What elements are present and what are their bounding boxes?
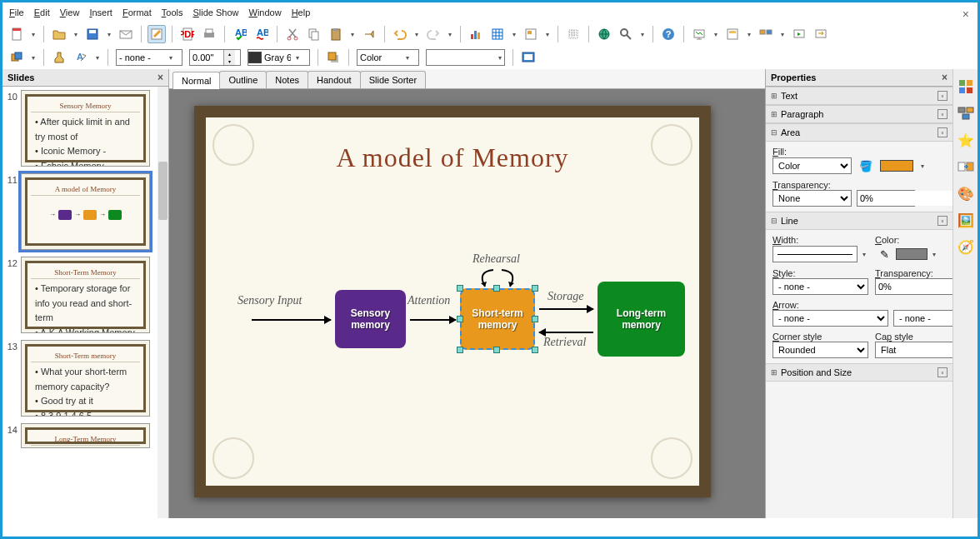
gallery-deck-icon[interactable]: 🖼️ [957,211,975,229]
email-button[interactable] [117,25,135,43]
menu-slideshow[interactable]: Slide Show [192,7,238,17]
animation-button[interactable] [790,25,808,43]
line-color-input[interactable] [262,50,293,65]
fill-type-input[interactable] [358,50,403,65]
selection-handle[interactable] [457,285,463,292]
line-trans-input[interactable] [876,279,952,294]
edit-button[interactable] [148,25,166,43]
section-paragraph[interactable]: ⊞Paragraph▫ [766,105,952,123]
selection-handle[interactable] [457,347,463,353]
selection-handle[interactable] [457,316,463,322]
section-text[interactable]: ⊞Text▫ [766,87,952,105]
transition-deck-icon[interactable] [957,157,975,176]
undo-dropdown[interactable]: ▾ [412,25,421,43]
line-width-dropdown[interactable]: ▾ [860,245,868,263]
bucket-icon[interactable]: 🪣 [857,157,875,175]
presentation-button[interactable] [690,25,708,43]
paste-button[interactable] [327,25,345,43]
table-button[interactable] [488,25,507,43]
section-line[interactable]: ⊟Line▫ [766,212,952,230]
glue-button[interactable] [50,48,68,67]
tab-normal[interactable]: Normal [172,72,220,89]
detail-icon[interactable]: ▫ [938,216,948,226]
styles-deck-icon[interactable]: 🎨 [957,184,975,202]
slide-thumb-11[interactable]: 11 A model of Memory→→→ [6,173,165,250]
tab-notes[interactable]: Notes [266,71,308,88]
master-deck-icon[interactable] [957,104,975,122]
interaction-button[interactable] [812,25,830,43]
clone-format-button[interactable] [360,25,378,43]
save-button[interactable] [83,25,102,43]
shadow-button[interactable] [324,48,342,67]
redo-button[interactable] [424,25,442,43]
presentation-dropdown[interactable]: ▾ [712,25,720,43]
tab-sorter[interactable]: Slide Sorter [360,71,426,88]
slides-scrollbar[interactable] [158,87,168,518]
chart-button[interactable] [467,25,485,43]
line-style-select[interactable]: - none - [772,278,868,295]
arrow-sensory-input[interactable] [252,319,331,321]
arrow-start-select[interactable]: - none - [772,310,888,327]
line-style-input[interactable] [117,50,167,65]
slide-canvas[interactable]: A model of Memory Sensory Input Sensory … [194,106,711,497]
transparency-type-select[interactable]: None [772,190,852,207]
pencil-icon[interactable]: ✎ [875,245,893,263]
spellcheck-button[interactable]: ABC [231,25,249,43]
arrange-button[interactable] [8,48,26,67]
line-width-combo[interactable]: ▴▾ [189,49,241,66]
line-color-dropdown[interactable]: ▾ [930,245,938,263]
cap-select[interactable]: Flat [875,342,952,358]
fill-type-select[interactable]: Color [772,157,852,174]
redo-dropdown[interactable]: ▾ [446,25,454,43]
menu-insert[interactable]: Insert [89,7,112,17]
arrange-dropdown[interactable]: ▾ [29,48,38,67]
arrow-rehearsal[interactable] [472,263,522,288]
save-dropdown[interactable]: ▾ [105,25,113,43]
slide-design-button[interactable] [757,25,775,43]
pdf-button[interactable]: PDF [178,25,197,43]
selection-handle[interactable] [532,285,538,292]
canvas-wrap[interactable]: A model of Memory Sensory Input Sensory … [169,89,765,518]
line-style-combo[interactable]: ▾ [116,49,182,66]
animation-deck-icon[interactable]: ⭐ [957,131,975,149]
zoom-dropdown[interactable]: ▾ [638,25,647,43]
detail-icon[interactable]: ▫ [938,367,948,377]
fill-color-combo[interactable]: ▾ [426,49,505,66]
help-button[interactable]: ? [659,25,678,43]
line-width-input[interactable] [190,50,223,65]
detail-icon[interactable]: ▫ [938,127,948,137]
arrow-attention[interactable] [410,319,456,321]
menu-file[interactable]: File [9,7,24,17]
menu-tools[interactable]: Tools [162,7,183,17]
selection-handle[interactable] [532,347,538,353]
slides-list[interactable]: 10 Sensory Memory• After quick limit in … [2,87,168,518]
box-short-term[interactable]: Short-term memory [460,288,535,350]
menu-view[interactable]: View [60,7,80,17]
detail-icon[interactable]: ▫ [938,109,948,119]
corner-select[interactable]: Rounded [772,342,868,358]
line-width-preview[interactable] [772,246,858,262]
tab-handout[interactable]: Handout [308,71,361,88]
menu-window[interactable]: Window [249,7,282,17]
slideshow-button[interactable] [519,48,538,67]
slide-layout-button[interactable] [723,25,742,43]
print-button[interactable] [200,25,218,43]
paste-dropdown[interactable]: ▾ [348,25,357,43]
autospell-button[interactable]: ABC [252,25,271,43]
line-color-swatch[interactable] [896,248,928,260]
ole-button[interactable] [522,25,540,43]
new-button[interactable] [8,25,26,43]
box-sensory[interactable]: Sensory memory [335,290,406,348]
tab-outline[interactable]: Outline [219,71,267,88]
box-long-term[interactable]: Long-term memory [598,282,685,357]
menu-edit[interactable]: Edit [34,7,50,17]
selection-handle[interactable] [493,347,500,353]
properties-close[interactable]: × [942,72,948,83]
open-button[interactable] [50,25,68,43]
undo-button[interactable] [391,25,409,43]
fill-color-dropdown[interactable]: ▾ [918,157,927,175]
open-dropdown[interactable]: ▾ [72,25,80,43]
fill-color-swatch[interactable] [880,160,913,172]
transparency-value-input[interactable] [858,191,952,206]
ole-dropdown[interactable]: ▾ [543,25,552,43]
